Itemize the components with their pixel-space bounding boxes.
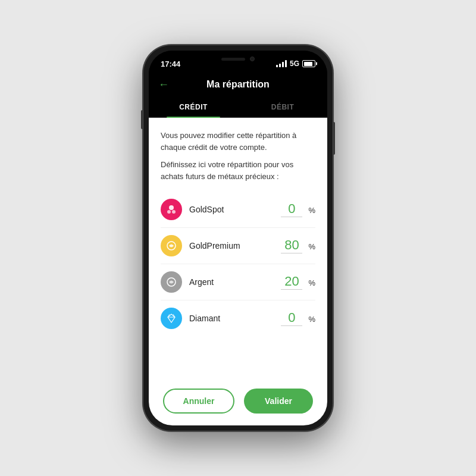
argent-name: Argent bbox=[189, 277, 273, 287]
content-area: Vous pouvez modifier cette répartition à… bbox=[149, 118, 327, 379]
diamant-percent: % bbox=[308, 315, 315, 324]
goldspot-icon bbox=[161, 199, 182, 220]
cancel-button[interactable]: Annuler bbox=[163, 389, 234, 414]
signal-icon bbox=[276, 60, 287, 67]
tabs-bar: CRÉDIT DÉBIT bbox=[149, 97, 327, 118]
phone-frame: 17:44 5G ← Ma répartition bbox=[143, 45, 333, 431]
diamant-name: Diamant bbox=[189, 314, 273, 323]
argent-value-wrapper[interactable]: 20 bbox=[280, 275, 303, 290]
list-item: Diamant 0 % bbox=[161, 300, 315, 336]
tab-debit[interactable]: DÉBIT bbox=[238, 97, 327, 117]
goldpremium-value[interactable]: 80 bbox=[284, 239, 299, 252]
network-badge: 5G bbox=[290, 60, 299, 68]
goldpremium-percent: % bbox=[308, 242, 315, 251]
argent-icon bbox=[161, 271, 182, 293]
description-line2: Définissez ici votre répartition pour vo… bbox=[161, 159, 315, 182]
diamant-value-wrapper[interactable]: 0 bbox=[280, 311, 303, 326]
phone-screen: 17:44 5G ← Ma répartition bbox=[149, 51, 327, 425]
app-header: ← Ma répartition bbox=[149, 72, 327, 97]
argent-percent: % bbox=[308, 278, 315, 287]
speaker bbox=[221, 58, 245, 61]
notch bbox=[202, 51, 274, 67]
description-line1: Vous pouvez modifier cette répartition à… bbox=[161, 130, 315, 153]
list-item: Argent 20 % bbox=[161, 264, 315, 300]
list-item: GoldPremium 80 % bbox=[161, 228, 315, 264]
camera bbox=[250, 57, 255, 61]
confirm-button[interactable]: Valider bbox=[244, 389, 313, 414]
status-right: 5G bbox=[276, 60, 315, 68]
diamant-value[interactable]: 0 bbox=[288, 311, 295, 324]
back-button[interactable]: ← bbox=[158, 79, 169, 91]
list-item: GoldSpot 0 % bbox=[161, 192, 315, 228]
goldpremium-name: GoldPremium bbox=[189, 241, 273, 250]
goldpremium-icon bbox=[161, 235, 182, 256]
goldpremium-value-wrapper[interactable]: 80 bbox=[280, 239, 303, 253]
items-list: GoldSpot 0 % bbox=[161, 192, 315, 336]
svg-point-1 bbox=[167, 210, 171, 214]
goldspot-percent: % bbox=[308, 206, 315, 215]
argent-value[interactable]: 20 bbox=[284, 275, 299, 288]
goldspot-name: GoldSpot bbox=[189, 205, 273, 214]
goldspot-value-wrapper[interactable]: 0 bbox=[280, 202, 303, 217]
page-title: Ma répartition bbox=[206, 79, 270, 90]
status-time: 17:44 bbox=[161, 60, 180, 68]
diamant-icon bbox=[161, 308, 182, 329]
svg-point-2 bbox=[172, 210, 176, 214]
goldspot-value[interactable]: 0 bbox=[288, 202, 295, 215]
battery-icon bbox=[302, 60, 315, 67]
tab-credit[interactable]: CRÉDIT bbox=[149, 97, 238, 117]
bottom-actions: Annuler Valider bbox=[149, 379, 327, 425]
description-block: Vous pouvez modifier cette répartition à… bbox=[161, 130, 315, 182]
svg-point-0 bbox=[169, 205, 174, 210]
